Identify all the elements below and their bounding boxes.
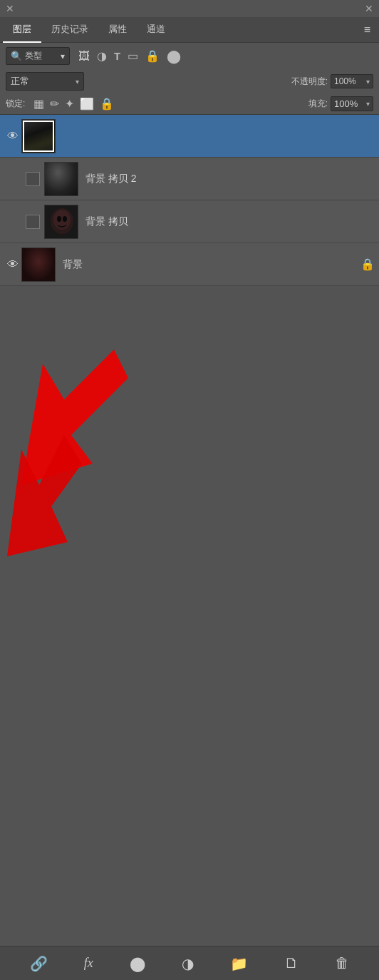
- thumbnail-image: [22, 248, 56, 282]
- filter-fill-icon[interactable]: ⬤: [167, 49, 181, 64]
- empty-layer-space: [0, 286, 379, 714]
- layer-visibility-toggle[interactable]: 👁: [4, 215, 21, 228]
- filter-type-select[interactable]: 🔍 类型 ▾: [6, 47, 70, 65]
- fill-label: 填充:: [308, 98, 328, 110]
- panel-menu-icon[interactable]: ≡: [358, 24, 376, 36]
- lock-checkerboard-icon[interactable]: ▦: [33, 97, 44, 111]
- lock-icons-group: ▦ ✏ ✦ ⬜ 🔒: [33, 97, 114, 111]
- fx-icon[interactable]: fx: [81, 953, 96, 974]
- svg-point-4: [40, 130, 44, 136]
- opacity-select[interactable]: 100% ▾: [331, 74, 373, 88]
- blend-mode-label: 正常: [11, 75, 29, 88]
- layer-lock-icon: 🔒: [360, 257, 375, 271]
- layers-list: 👁 👁: [0, 115, 379, 946]
- opacity-row: 不透明度: 100% ▾: [291, 74, 373, 88]
- svg-point-14: [57, 216, 61, 222]
- opacity-label: 不透明度:: [291, 76, 328, 88]
- layer-thumbnail: [21, 247, 56, 282]
- filter-type-label: 类型: [25, 50, 42, 62]
- layer-visibility-toggle[interactable]: 👁: [4, 173, 21, 185]
- filter-type-icon[interactable]: T: [114, 50, 120, 62]
- thumbnail-image: [22, 120, 56, 153]
- blend-row: 正常 ▾ 不透明度: 100% ▾: [0, 69, 379, 93]
- adjustment-layer-icon[interactable]: ◑: [179, 952, 197, 975]
- svg-point-10: [63, 172, 67, 178]
- thumbnail-image: [45, 163, 78, 196]
- search-icon: 🔍: [11, 51, 22, 61]
- layer-thumbnail: [44, 162, 78, 196]
- layer-item[interactable]: 👁: [0, 115, 379, 158]
- filter-shape-icon[interactable]: ▭: [128, 49, 138, 63]
- filter-icons-group: 🖼 ◑ T ▭ 🔒 ⬤: [78, 49, 181, 64]
- tab-bar: 图层 历史记录 属性 通道 ≡: [0, 17, 379, 43]
- filter-smart-icon[interactable]: 🔒: [145, 49, 160, 63]
- filter-row: 🔍 类型 ▾ 🖼 ◑ T ▭ 🔒 ⬤: [0, 43, 379, 69]
- svg-rect-5: [22, 120, 56, 153]
- blend-mode-select[interactable]: 正常 ▾: [6, 72, 84, 91]
- svg-point-20: [40, 257, 46, 265]
- layer-item[interactable]: 👁 背景 拷贝: [0, 200, 379, 243]
- fill-chevron: ▾: [366, 100, 370, 108]
- svg-point-1: [29, 123, 49, 146]
- opacity-value: 100%: [334, 76, 356, 86]
- filter-pixel-icon[interactable]: 🖼: [78, 50, 90, 63]
- svg-point-3: [34, 130, 38, 136]
- tab-history[interactable]: 历史记录: [41, 17, 98, 43]
- add-mask-icon[interactable]: ⬤: [127, 952, 148, 975]
- photoshop-layers-panel: ✕ ✕ 图层 历史记录 属性 通道 ≡ 🔍 类型 ▾ 🖼 ◑ T ▭ 🔒 ⬤ 正…: [0, 0, 379, 980]
- layer-thumbnail: [44, 205, 78, 239]
- link-layers-icon[interactable]: 🔗: [27, 952, 51, 975]
- svg-point-8: [55, 167, 69, 184]
- tab-layers[interactable]: 图层: [3, 17, 41, 43]
- layer-checkbox[interactable]: [26, 172, 40, 186]
- tab-properties[interactable]: 属性: [98, 17, 137, 43]
- layer-name: 背景 拷贝 2: [85, 173, 375, 185]
- fill-value-text: 100%: [334, 98, 358, 109]
- lock-brush-icon[interactable]: ✏: [50, 97, 59, 111]
- svg-rect-0: [22, 120, 56, 153]
- lock-row: 锁定: ▦ ✏ ✦ ⬜ 🔒 填充: 100% ▾: [0, 93, 379, 115]
- layer-checkbox[interactable]: [26, 215, 40, 229]
- expand-icon[interactable]: ✕: [365, 3, 373, 14]
- thumbnail-image: [45, 205, 78, 239]
- svg-point-17: [26, 250, 52, 278]
- new-layer-icon[interactable]: 🗋: [281, 952, 301, 974]
- svg-point-7: [52, 165, 72, 188]
- opacity-chevron: ▾: [366, 78, 370, 86]
- lock-all-icon[interactable]: 🔒: [100, 97, 114, 111]
- layer-thumbnail: [21, 119, 56, 153]
- svg-point-9: [57, 172, 61, 178]
- layer-visibility-toggle[interactable]: 👁: [4, 258, 21, 271]
- layer-item[interactable]: 👁 背景 拷贝 2: [0, 158, 379, 200]
- lock-artboard-icon[interactable]: ⬜: [80, 97, 94, 111]
- top-bar: ✕ ✕: [0, 0, 379, 17]
- svg-point-2: [32, 124, 46, 141]
- eye-icon: 👁: [7, 258, 19, 271]
- layer-name: 背景 拷贝: [85, 215, 375, 228]
- thumbnail-border: [23, 121, 54, 152]
- filter-adjustment-icon[interactable]: ◑: [97, 49, 107, 63]
- fill-row: 填充: 100% ▾: [308, 96, 373, 111]
- tab-channels[interactable]: 通道: [137, 17, 175, 43]
- lock-label: 锁定:: [6, 98, 25, 110]
- svg-point-15: [63, 216, 67, 222]
- bottom-toolbar: 🔗 fx ⬤ ◑ 📁 🗋 🗑: [0, 946, 379, 980]
- layer-name: 背景: [63, 258, 356, 271]
- filter-chevron: ▾: [61, 51, 65, 61]
- eye-icon: 👁: [7, 130, 19, 143]
- svg-point-19: [33, 257, 38, 265]
- layer-visibility-toggle[interactable]: 👁: [4, 130, 21, 143]
- svg-rect-21: [22, 270, 56, 282]
- svg-rect-6: [45, 163, 78, 196]
- fill-select[interactable]: 100% ▾: [331, 96, 373, 111]
- close-icon[interactable]: ✕: [6, 3, 14, 14]
- svg-point-18: [29, 251, 49, 274]
- group-layers-icon[interactable]: 📁: [227, 952, 251, 975]
- layer-item[interactable]: 👁 背景 🔒: [0, 243, 379, 286]
- svg-rect-16: [22, 248, 56, 282]
- lock-move-icon[interactable]: ✦: [65, 97, 74, 111]
- delete-layer-icon[interactable]: 🗑: [332, 952, 352, 974]
- blend-chevron: ▾: [76, 78, 79, 86]
